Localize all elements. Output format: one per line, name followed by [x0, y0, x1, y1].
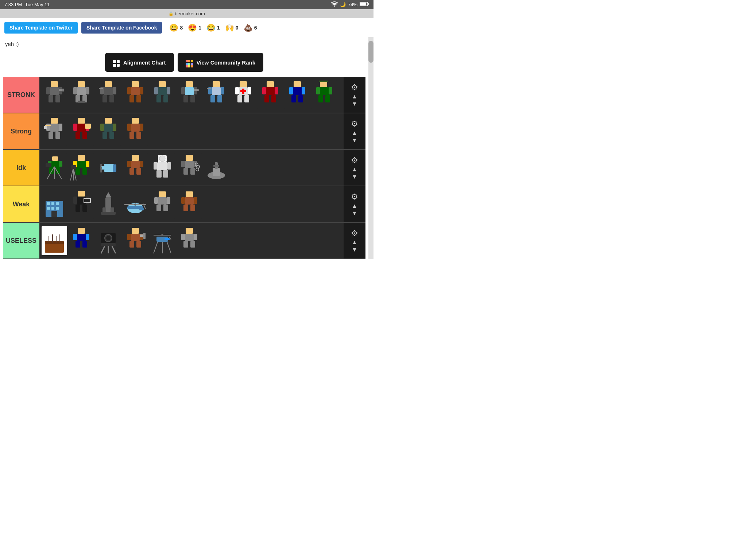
svg-rect-50	[207, 88, 211, 89]
gear-button-useless[interactable]: ⚙	[351, 229, 358, 238]
svg-rect-185	[158, 197, 167, 205]
svg-rect-170	[82, 205, 87, 212]
svg-rect-74	[316, 87, 320, 94]
svg-rect-82	[49, 132, 53, 139]
tier-controls-strong: ⚙ ▲ ▼	[344, 113, 365, 149]
svg-rect-173	[105, 197, 111, 212]
svg-rect-169	[76, 205, 80, 212]
poop-emoji: 💩	[244, 23, 253, 32]
svg-rect-124	[71, 165, 76, 169]
wifi-icon	[331, 1, 338, 8]
svg-rect-127	[104, 170, 114, 172]
community-rank-button[interactable]: View Community Rank	[178, 53, 263, 72]
up-arrow-useless[interactable]: ▲	[352, 240, 357, 245]
happy-emoji: 😀	[169, 23, 178, 32]
svg-rect-18	[105, 81, 112, 87]
svg-rect-7	[49, 95, 53, 102]
list-item	[177, 226, 202, 255]
moon-icon: 🌙	[340, 2, 346, 7]
svg-rect-202	[78, 228, 85, 234]
list-item	[150, 80, 175, 109]
gear-button-stronk[interactable]: ⚙	[351, 83, 358, 92]
svg-rect-102	[140, 124, 143, 131]
up-arrow-strong[interactable]: ▲	[352, 130, 357, 136]
svg-rect-73	[320, 87, 329, 95]
twitter-share-button[interactable]: Share Template on Twitter	[4, 22, 78, 34]
alignment-chart-button[interactable]: Alignment Chart	[105, 53, 174, 72]
tier-row-idk: Idk	[3, 150, 365, 186]
list-item	[123, 226, 148, 255]
page-scrollbar[interactable]	[368, 37, 374, 259]
down-arrow-strong[interactable]: ▼	[352, 137, 357, 143]
svg-rect-156	[213, 165, 219, 167]
svg-rect-103	[129, 132, 134, 139]
svg-rect-142	[156, 170, 162, 178]
list-item	[204, 153, 229, 182]
url-bar[interactable]: 🔒 tiermaker.com	[0, 9, 374, 18]
list-item	[150, 190, 175, 219]
svg-rect-104	[136, 132, 141, 139]
facebook-share-button[interactable]: Share Template on Facebook	[81, 22, 162, 34]
svg-rect-71	[320, 81, 327, 87]
list-item	[42, 117, 67, 146]
svg-rect-96	[113, 124, 116, 131]
down-arrow-weak[interactable]: ▼	[352, 210, 357, 216]
laugh-emoji: 😂	[206, 23, 216, 32]
community-rank-label: View Community Rank	[197, 59, 255, 66]
tier-list: STRONK	[3, 77, 365, 259]
tier-controls-idk: ⚙ ▲ ▼	[344, 150, 365, 186]
svg-rect-101	[127, 124, 131, 131]
list-item	[69, 117, 94, 146]
svg-rect-100	[131, 124, 140, 132]
svg-rect-158	[47, 202, 50, 205]
svg-rect-222	[143, 233, 146, 239]
svg-rect-22	[102, 95, 107, 102]
up-arrow-stronk[interactable]: ▲	[352, 94, 357, 100]
svg-rect-145	[185, 161, 194, 168]
svg-rect-31	[159, 81, 166, 87]
svg-rect-91	[82, 132, 87, 139]
down-arrow-idk[interactable]: ▼	[352, 174, 357, 180]
list-item	[123, 190, 148, 219]
svg-rect-188	[156, 205, 161, 211]
down-arrow-stronk[interactable]: ▼	[352, 101, 357, 107]
gear-button-weak[interactable]: ⚙	[351, 192, 358, 202]
svg-rect-54	[248, 87, 251, 94]
gear-button-strong[interactable]: ⚙	[351, 119, 358, 129]
svg-rect-154	[213, 168, 220, 176]
header: Share Template on Twitter Share Template…	[0, 18, 374, 37]
svg-rect-23	[109, 95, 114, 102]
up-arrow-idk[interactable]: ▲	[352, 167, 357, 172]
svg-rect-98	[109, 132, 114, 139]
content-area: yeh :) Alignment Chart	[0, 37, 368, 259]
svg-rect-61	[262, 87, 266, 94]
svg-rect-233	[181, 234, 185, 240]
gear-button-idk[interactable]: ⚙	[351, 156, 358, 165]
svg-rect-161	[47, 207, 50, 210]
svg-rect-172	[84, 199, 90, 202]
list-item	[150, 226, 175, 255]
svg-rect-184	[159, 191, 166, 197]
svg-rect-105	[52, 156, 58, 161]
svg-rect-99	[132, 118, 139, 124]
poop-count: 6	[254, 25, 257, 31]
svg-rect-83	[55, 132, 60, 139]
svg-rect-217	[127, 234, 131, 240]
svg-rect-55	[237, 95, 242, 102]
svg-rect-37	[186, 81, 193, 87]
svg-line-214	[112, 246, 116, 253]
status-time-date: 7:33 PM Tue May 11	[4, 2, 50, 7]
list-item	[42, 190, 67, 219]
svg-rect-162	[51, 207, 54, 210]
svg-rect-132	[131, 161, 140, 168]
svg-rect-206	[76, 241, 80, 248]
down-arrow-useless[interactable]: ▼	[352, 247, 357, 253]
svg-rect-1	[360, 3, 366, 5]
svg-point-152	[196, 168, 199, 171]
reaction-poop: 💩 6	[244, 23, 257, 32]
tier-items-weak	[39, 186, 344, 222]
up-arrow-weak[interactable]: ▲	[352, 203, 357, 209]
praise-count: 0	[236, 25, 239, 31]
scrollbar-thumb[interactable]	[368, 41, 374, 63]
svg-rect-68	[302, 87, 305, 94]
